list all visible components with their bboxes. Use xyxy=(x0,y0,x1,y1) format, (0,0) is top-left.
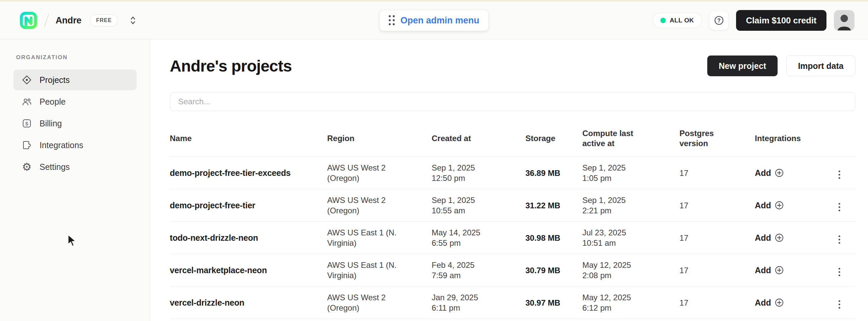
question-mark-icon: ? xyxy=(714,15,724,26)
circle-plus-icon xyxy=(774,297,784,308)
plan-badge: FREE xyxy=(90,14,118,27)
projects-icon xyxy=(22,75,32,85)
org-name[interactable]: Andre xyxy=(56,15,82,26)
add-integration-button[interactable]: Add xyxy=(755,297,784,308)
project-postgres-version: 17 xyxy=(679,287,755,319)
help-button[interactable]: ? xyxy=(709,11,729,30)
new-project-button[interactable]: New project xyxy=(707,56,778,76)
project-created-at: Sep 1, 2025 10:55 am xyxy=(432,189,525,222)
column-header-compute-last-active: Compute last active at xyxy=(582,118,679,157)
sidebar-item-settings[interactable]: ⚙ Settings xyxy=(13,156,136,177)
status-pill[interactable]: ALL OK xyxy=(653,13,702,28)
main-content: Andre's projects New project Import data… xyxy=(150,39,868,321)
top-bar: Andre FREE Open admin menu ALL OK ? Clai… xyxy=(0,2,868,39)
project-region: AWS US West 2 (Oregon) xyxy=(327,189,432,222)
column-header-name: Name xyxy=(170,118,327,157)
row-menu-kebab-icon[interactable] xyxy=(836,265,843,279)
status-label: ALL OK xyxy=(670,17,694,24)
neon-logo[interactable] xyxy=(20,11,37,29)
project-name: todo-next-drizzle-neon xyxy=(170,222,327,254)
table-header-row: Name Region Created at Storage Compute l… xyxy=(170,118,855,157)
page-title: Andre's projects xyxy=(170,57,292,75)
add-integration-button[interactable]: Add xyxy=(755,168,784,178)
table-row[interactable]: demo-project-free-tier-exceeds AWS US We… xyxy=(170,157,855,189)
project-name: demo-project-free-tier xyxy=(170,189,327,222)
project-created-at: Feb 4, 2025 7:59 am xyxy=(432,254,525,287)
project-created-at: May 14, 2025 6:55 pm xyxy=(432,222,525,254)
project-created-at: Jan 29, 2025 6:11 pm xyxy=(432,287,525,319)
gear-icon: ⚙ xyxy=(22,162,32,172)
project-name: vercel-marketplace-neon xyxy=(170,254,327,287)
import-data-button[interactable]: Import data xyxy=(786,56,855,76)
sidebar-item-label: Integrations xyxy=(39,140,83,150)
row-menu-kebab-icon[interactable] xyxy=(836,168,843,182)
project-storage: 36.89 MB xyxy=(525,157,582,189)
circle-plus-icon xyxy=(774,168,784,178)
sidebar-item-label: Billing xyxy=(39,119,62,129)
project-storage: 30.97 MB xyxy=(525,287,582,319)
project-postgres-version: 17 xyxy=(679,254,755,287)
column-header-created-at: Created at xyxy=(432,118,525,157)
column-header-postgres-version: Postgres version xyxy=(679,118,755,157)
project-created-at: Sep 1, 2025 12:50 pm xyxy=(432,157,525,189)
sidebar-item-projects[interactable]: Projects xyxy=(13,70,136,90)
column-header-integrations: Integrations xyxy=(755,118,824,157)
svg-text:?: ? xyxy=(717,18,721,24)
project-compute-last-active: Sep 1, 2025 2:21 pm xyxy=(582,189,679,222)
project-postgres-version: 17 xyxy=(679,157,755,189)
sidebar-item-label: Settings xyxy=(39,162,70,172)
sidebar: ORGANIZATION Projects People xyxy=(0,39,150,321)
row-menu-kebab-icon[interactable] xyxy=(836,233,843,246)
sidebar-item-billing[interactable]: $ Billing xyxy=(13,113,136,134)
people-icon xyxy=(22,97,32,107)
claim-credit-button[interactable]: Claim $100 credit xyxy=(736,10,827,31)
project-region: AWS US East 1 (N. Virginia) xyxy=(327,254,432,287)
project-region: AWS US West 2 (Oregon) xyxy=(327,287,432,319)
sidebar-item-integrations[interactable]: Integrations xyxy=(13,135,136,155)
open-admin-menu-label: Open admin menu xyxy=(401,15,479,26)
billing-icon: $ xyxy=(22,118,32,129)
project-storage: 30.98 MB xyxy=(525,222,582,254)
project-storage: 31.22 MB xyxy=(525,189,582,222)
project-compute-last-active: Jul 23, 2025 10:51 am xyxy=(582,222,679,254)
project-region: AWS US East 1 (N. Virginia) xyxy=(327,222,432,254)
project-compute-last-active: May 12, 2025 6:12 pm xyxy=(582,287,679,319)
project-region: AWS US West 2 (Oregon) xyxy=(327,157,432,189)
sidebar-section-label: ORGANIZATION xyxy=(16,54,150,61)
status-ok-dot-icon xyxy=(660,18,666,23)
integrations-icon xyxy=(22,140,32,150)
add-integration-button[interactable]: Add xyxy=(755,265,784,276)
project-name: demo-project-free-tier-exceeds xyxy=(170,157,327,189)
row-menu-kebab-icon[interactable] xyxy=(836,200,843,214)
sidebar-item-label: People xyxy=(39,97,66,107)
row-menu-kebab-icon[interactable] xyxy=(836,297,843,311)
circle-plus-icon xyxy=(774,233,784,243)
sidebar-item-people[interactable]: People xyxy=(13,91,136,112)
project-postgres-version: 17 xyxy=(679,222,755,254)
project-compute-last-active: Sep 1, 2025 1:05 pm xyxy=(582,157,679,189)
add-integration-button[interactable]: Add xyxy=(755,233,784,243)
circle-plus-icon xyxy=(774,265,784,275)
table-row[interactable]: todo-next-drizzle-neon AWS US East 1 (N.… xyxy=(170,222,855,254)
table-row[interactable]: vercel-marketplace-neon AWS US East 1 (N… xyxy=(170,254,855,287)
search-input[interactable] xyxy=(170,92,855,111)
svg-text:$: $ xyxy=(26,121,28,127)
drag-grid-icon xyxy=(389,15,395,26)
project-name: vercel-drizzle-neon xyxy=(170,287,327,319)
circle-plus-icon xyxy=(774,200,784,210)
org-switcher-chevrons-icon[interactable] xyxy=(129,15,137,26)
project-storage: 30.79 MB xyxy=(525,254,582,287)
user-avatar[interactable] xyxy=(834,10,855,31)
project-postgres-version: 17 xyxy=(679,189,755,222)
breadcrumb-divider xyxy=(44,13,49,27)
sidebar-item-label: Projects xyxy=(39,75,70,85)
add-integration-button[interactable]: Add xyxy=(755,200,784,211)
projects-table: Name Region Created at Storage Compute l… xyxy=(170,118,855,319)
column-header-region: Region xyxy=(327,118,432,157)
table-row[interactable]: demo-project-free-tier AWS US West 2 (Or… xyxy=(170,189,855,222)
project-compute-last-active: May 12, 2025 2:08 pm xyxy=(582,254,679,287)
column-header-storage: Storage xyxy=(525,118,582,157)
table-row[interactable]: vercel-drizzle-neon AWS US West 2 (Orego… xyxy=(170,287,855,319)
open-admin-menu-button[interactable]: Open admin menu xyxy=(380,10,489,31)
